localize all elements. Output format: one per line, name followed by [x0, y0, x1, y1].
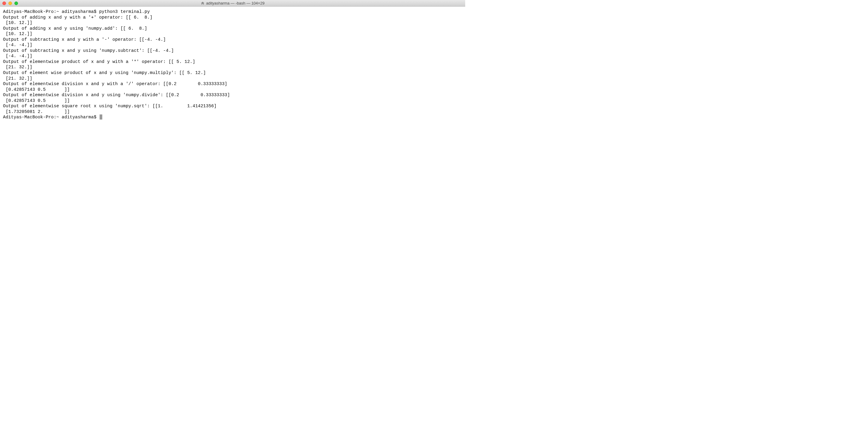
command-text-1: python3 terminal.py — [99, 9, 150, 14]
prompt-text-2: Adityas-MacBook-Pro:~ adityasharma$ — [3, 115, 99, 120]
cursor-icon — [100, 114, 102, 120]
traffic-lights — [2, 1, 18, 5]
output-line: Output of adding x and y with a '+' oper… — [3, 15, 152, 20]
output-line: Output of elementwise division x and y w… — [3, 81, 227, 86]
terminal-window: adityasharma — -bash — 104×29 Adityas-Ma… — [0, 0, 465, 235]
window-titlebar[interactable]: adityasharma — -bash — 104×29 — [0, 0, 465, 7]
output-line: Output of elementwise product of x and y… — [3, 59, 195, 64]
output-line: [10. 12.]] — [3, 21, 32, 25]
output-line: [21. 32.]] — [3, 65, 32, 69]
prompt-text-1: Adityas-MacBook-Pro:~ adityasharma$ — [3, 9, 99, 14]
output-line: Output of subtracting x and y with a '-'… — [3, 37, 166, 42]
home-icon — [200, 1, 204, 5]
window-title-wrapper: adityasharma — -bash — 104×29 — [200, 1, 265, 5]
output-line: [10. 12.]] — [3, 31, 32, 36]
window-title: adityasharma — -bash — 104×29 — [206, 1, 265, 5]
maximize-button[interactable] — [14, 1, 18, 5]
output-line: [-4. -4.]] — [3, 54, 32, 59]
output-line: Output of elementwise square root x usin… — [3, 104, 217, 108]
output-line: [0.42857143 0.5 ]] — [3, 87, 70, 92]
prompt-line-2: Adityas-MacBook-Pro:~ adityasharma$ — [3, 115, 102, 120]
output-line: Output of adding x and y using 'numpy.ad… — [3, 26, 147, 31]
terminal-content[interactable]: Adityas-MacBook-Pro:~ adityasharma$ pyth… — [0, 7, 465, 235]
output-line: Output of elementwise division x and y u… — [3, 93, 230, 97]
output-line: Output of subtracting x and y using 'num… — [3, 48, 174, 53]
prompt-line-1: Adityas-MacBook-Pro:~ adityasharma$ pyth… — [3, 9, 150, 14]
close-button[interactable] — [2, 1, 6, 5]
output-line: [0.42857143 0.5 ]] — [3, 98, 70, 103]
output-line: [1.73205081 2. ]] — [3, 109, 70, 114]
output-line: Output of element wise product of x and … — [3, 70, 206, 75]
output-line: [-4. -4.]] — [3, 42, 32, 47]
output-line: [21. 32.]] — [3, 76, 32, 81]
minimize-button[interactable] — [8, 1, 12, 5]
